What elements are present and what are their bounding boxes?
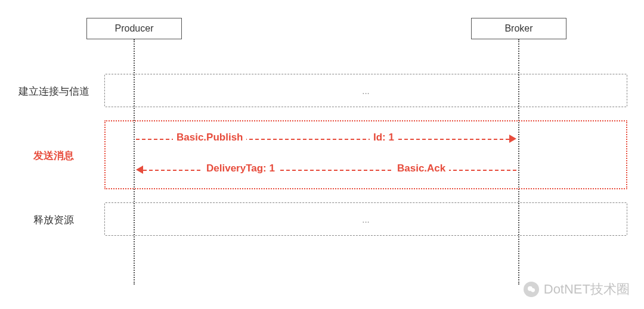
msg-ack-label: Basic.Ack [394,163,449,174]
arrow-publish-head [509,135,516,143]
svg-point-1 [531,288,535,292]
msg-publish-label: Basic.Publish [173,132,246,143]
phase-release-box: ... [104,202,627,236]
phase-connect-box: ... [104,74,627,107]
participant-broker-label: Broker [504,23,532,34]
phase-release-sidelabel: 释放资源 [15,213,92,227]
participant-producer: Producer [86,18,182,39]
msg-publish-id: Id: 1 [370,132,398,143]
arrow-ack-head [136,166,143,174]
watermark-text: DotNET技术圈 [544,280,630,298]
phase-connect-content: ... [362,86,370,96]
arrow-ack-line [143,170,516,171]
msg-ack-tag: DeliveryTag: 1 [203,163,278,174]
phase-send-sidelabel: 发送消息 [15,149,92,163]
phase-release-content: ... [362,214,370,224]
participant-broker: Broker [471,18,566,39]
phase-connect-sidelabel: 建立连接与信道 [15,85,92,98]
participant-producer-label: Producer [115,23,154,34]
sequence-diagram: Producer Broker 建立连接与信道 ... 发送消息 Basic.P… [0,0,644,309]
wechat-icon [524,282,539,297]
phase-send-box [104,120,627,189]
watermark: DotNET技术圈 [524,280,630,298]
